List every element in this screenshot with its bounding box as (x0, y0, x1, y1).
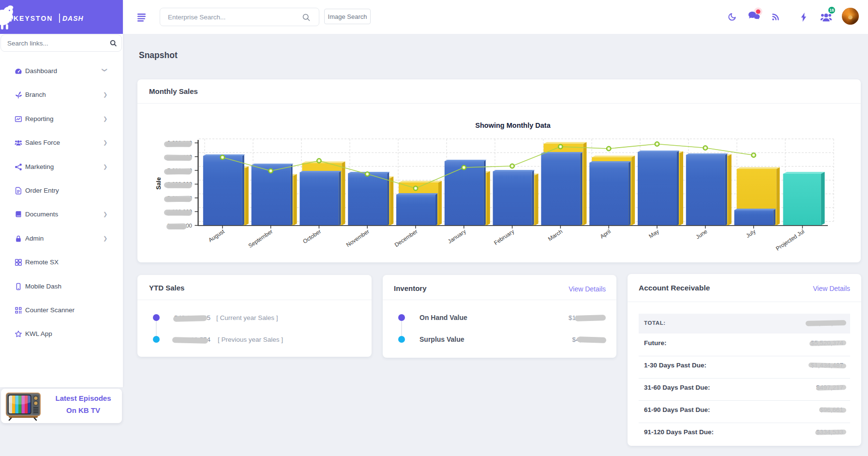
svg-text:November: November (345, 228, 371, 248)
svg-text:October: October (301, 228, 322, 245)
svg-text:Showing Monthly Data: Showing Monthly Data (475, 122, 551, 129)
svg-text:February: February (493, 228, 515, 246)
svg-text:May: May (647, 228, 660, 240)
svg-text:September: September (247, 228, 274, 249)
svg-text:August: August (207, 228, 226, 243)
svg-text:July: July (745, 228, 757, 239)
svg-text:April: April (599, 228, 612, 240)
svg-text:June: June (694, 228, 708, 241)
svg-text:Projected Jul: Projected Jul (775, 228, 806, 252)
svg-text:January: January (447, 228, 467, 245)
svg-text:December: December (393, 228, 419, 248)
svg-text:March: March (547, 228, 564, 243)
svg-text:Sale: Sale (155, 177, 162, 190)
